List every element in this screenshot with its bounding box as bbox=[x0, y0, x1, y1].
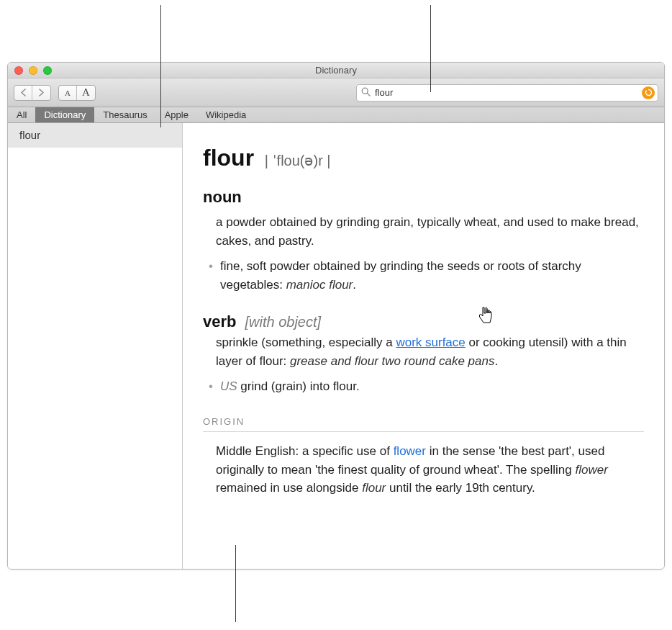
tab-thesaurus[interactable]: Thesaurus bbox=[94, 107, 155, 122]
toolbar: A A bbox=[8, 78, 664, 107]
def-text: sprinkle (something, especially a bbox=[216, 336, 396, 349]
decrease-font-button[interactable]: A bbox=[59, 86, 77, 100]
close-button[interactable] bbox=[14, 66, 23, 75]
nav-buttons bbox=[14, 85, 51, 101]
def-text: . bbox=[494, 354, 498, 368]
back-button[interactable] bbox=[14, 86, 32, 100]
forward-button[interactable] bbox=[32, 86, 50, 100]
headword-line: flour | ˈflou(ə)r | bbox=[203, 140, 644, 175]
tab-all[interactable]: All bbox=[8, 107, 35, 122]
headword: flour bbox=[203, 145, 254, 171]
origin-fragment: until the early 19th century. bbox=[386, 481, 535, 495]
minimize-button[interactable] bbox=[29, 66, 37, 75]
subsense-post: . bbox=[353, 278, 356, 292]
subsense-text: fine, soft powder obtained by grinding t… bbox=[220, 259, 581, 292]
search-input[interactable] bbox=[375, 87, 637, 98]
part-of-speech-verb: verb bbox=[203, 310, 236, 333]
region-label: US bbox=[220, 379, 237, 393]
sidebar: flour bbox=[8, 123, 183, 569]
font-size-buttons: A A bbox=[58, 85, 96, 101]
search-icon bbox=[361, 86, 371, 99]
example-text: manioc flour bbox=[286, 278, 353, 292]
definition-pane: flour | ˈflou(ə)r | noun a powder obtain… bbox=[183, 123, 664, 569]
verb-subsense: US grind (grain) into flour. bbox=[203, 377, 644, 396]
tab-wikipedia[interactable]: Wikipedia bbox=[197, 107, 255, 122]
tab-dictionary[interactable]: Dictionary bbox=[35, 107, 94, 122]
title-bar: Dictionary bbox=[8, 63, 664, 78]
callout-line bbox=[430, 5, 431, 92]
part-of-speech-noun: noun bbox=[203, 185, 644, 209]
dictionary-window: Dictionary A A All Dictionary bbox=[7, 62, 665, 570]
subsense-text: grind (grain) into flour. bbox=[237, 379, 360, 393]
example-text: grease and flour two round cake pans bbox=[290, 354, 494, 368]
origin-italic: flower bbox=[575, 463, 607, 477]
snapback-button[interactable] bbox=[642, 86, 655, 99]
noun-definition: a powder obtained by grinding grain, typ… bbox=[203, 213, 644, 250]
origin-fragment: Middle English: a specific use of bbox=[216, 444, 394, 458]
window-title: Dictionary bbox=[8, 65, 664, 76]
maximize-button[interactable] bbox=[43, 66, 52, 75]
pronunciation: | ˈflou(ə)r | bbox=[265, 153, 331, 168]
cross-reference-link[interactable]: flower bbox=[394, 444, 426, 458]
grammar-note: [with object] bbox=[245, 311, 321, 333]
source-tabs: All Dictionary Thesaurus Apple Wikipedia bbox=[8, 107, 664, 123]
increase-font-button[interactable]: A bbox=[77, 86, 95, 100]
origin-italic: flour bbox=[362, 481, 386, 495]
content-area: flour flour | ˈflou(ə)r | noun a powder … bbox=[8, 123, 664, 569]
origin-fragment: remained in use alongside bbox=[216, 481, 362, 495]
callout-line bbox=[160, 5, 161, 127]
verb-definition: sprinkle (something, especially a work s… bbox=[203, 333, 644, 370]
sidebar-item[interactable]: flour bbox=[8, 123, 182, 148]
cross-reference-link[interactable]: work surface bbox=[396, 336, 465, 349]
search-field[interactable] bbox=[356, 84, 658, 102]
svg-line-1 bbox=[367, 93, 370, 96]
callout-line bbox=[235, 545, 236, 622]
tab-apple[interactable]: Apple bbox=[156, 107, 197, 122]
origin-header: ORIGIN bbox=[203, 415, 644, 433]
origin-text: Middle English: a specific use of flower… bbox=[203, 442, 644, 515]
traffic-lights bbox=[14, 66, 52, 75]
noun-subsense: fine, soft powder obtained by grinding t… bbox=[203, 257, 644, 294]
